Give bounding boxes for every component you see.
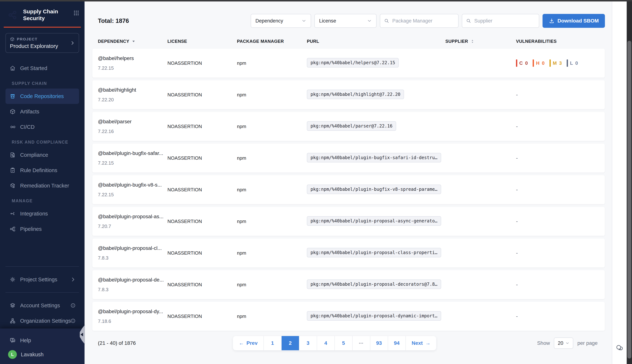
sidebar-item-project-settings[interactable]: Project Settings [6,272,79,287]
table-header: DEPENDENCY LICENSE PACKAGE MANAGER PURL … [92,39,605,44]
dependency-cell: @babel/highlight7.22.20 [98,87,168,102]
table-row: @babel/plugin-bugfix-v8-s...7.22.15NOASS… [92,175,605,204]
sidebar-item-artifacts[interactable]: Artifacts [6,104,79,119]
package-manager-input[interactable] [380,14,458,28]
chat-support-icon[interactable] [616,344,624,352]
page-button-94[interactable]: 94 [388,336,406,350]
sidebar-item-label: Get Started [20,65,47,71]
dependency-cell: @babel/plugin-proposal-de...7.8.3 [98,277,168,292]
page-size-select[interactable]: 20 [554,338,573,349]
help-icon [10,337,16,344]
dependency-version: 7.22.15 [98,192,168,198]
arrow-right-icon: → [425,340,430,346]
license-cell: NOASSERTION [168,155,237,161]
package-manager-cell: npm [237,155,307,161]
next-page-button[interactable]: Next→ [406,336,436,350]
apps-grid-icon[interactable] [73,10,80,16]
dependency-name: @babel/helpers [98,56,168,61]
page-button-3[interactable]: 3 [299,336,317,350]
arrow-left-icon: ← [239,340,244,346]
app-logo-shield-icon [6,8,20,22]
dependency-version: 7.8.3 [98,255,168,261]
purl-cell: pkg:npm/%40babel/plugin-proposal-class-p… [307,248,445,258]
vulnerabilities-cell: - [516,282,599,288]
empty-value: - [516,218,518,224]
box-icon [10,108,16,115]
sidebar-item-label: Rule Definitions [20,167,57,174]
sidebar-divider [6,292,79,293]
sidebar-item-compliance[interactable]: Compliance [6,147,79,162]
sidebar-item-organization-settings[interactable]: Organization Settings [6,313,79,328]
dependency-filter-select[interactable]: Dependency [251,14,311,28]
help-label: Help [20,338,31,344]
purl-cell: pkg:npm/%40babel/plugin-bugfix-safari-id… [307,153,445,163]
dependency-cell: @babel/plugin-proposal-cl...7.8.3 [98,245,168,261]
user-name: Lavakush [21,352,44,358]
supplier-input[interactable] [462,14,539,28]
dependency-name: @babel/parser [98,119,168,124]
package-manager-cell: npm [237,92,307,98]
total-count: Total: 1876 [92,18,129,24]
nav-section-header: MANAGE [12,198,79,204]
sidebar-item-remediation-tracker[interactable]: Remediation Tracker [6,178,79,193]
chevron-right-icon [70,277,76,282]
sidebar-item-account-settings[interactable]: Account Settings [6,298,79,313]
sidebar-item-label: Artifacts [20,109,39,115]
dependency-cell: @babel/helpers7.22.15 [98,56,168,71]
infinity-icon [10,124,16,130]
nav-section-header: RISK AND COMPLIANCE [12,140,79,145]
vulnerability-badge-m: M 3 [550,60,562,67]
sidebar-item-label: Account Settings [20,302,60,308]
sidebar-item-help[interactable]: Help [6,334,79,347]
window-top-strip [0,0,632,2]
user-menu[interactable]: L Lavakush [6,350,79,359]
vulnerability-badge-c: C 0 [516,60,528,67]
license-filter-label: License [319,18,336,24]
scrollbar-track [627,2,632,364]
package-manager-cell: npm [237,124,307,129]
project-selector[interactable]: PROJECT Product Exploratory [6,33,79,53]
page-button-1[interactable]: 1 [264,336,281,350]
filters: Dependency License Download SBO [251,14,605,28]
box-wrench-icon [10,182,16,189]
purl-cell: pkg:npm/%40babel/plugin-proposal-async-g… [307,216,445,226]
column-header-supplier[interactable]: SUPPLIER [445,39,516,44]
download-sbom-button[interactable]: Download SBOM [542,14,605,28]
vulnerabilities-cell: - [516,123,599,130]
table-row: @babel/plugin-proposal-dy...7.18.6NOASSE… [92,302,605,331]
page-size-value: 20 [558,340,563,346]
main-content: Total: 1876 Dependency License [84,2,612,364]
package-manager-search [380,14,458,28]
dependency-version: 7.22.16 [98,128,168,134]
license-cell: NOASSERTION [168,124,237,129]
sidebar-item-rule-definitions[interactable]: Rule Definitions [6,162,79,178]
sidebar-item-ci-cd[interactable]: CI/CD [6,119,79,135]
empty-value: - [516,155,518,161]
table-row: @babel/plugin-proposal-as...7.20.7NOASSE… [92,207,605,236]
prev-page-button[interactable]: ←Prev [233,336,264,350]
purl-cell: pkg:npm/%40babel/helpers@7.22.15 [307,58,445,68]
toolbar: Total: 1876 Dependency License [92,14,605,28]
scrollbar-thumb[interactable] [628,41,631,358]
sidebar-item-code-repositories[interactable]: Code Repositories [6,88,79,104]
nav-section-header: SUPPLY CHAIN [12,81,79,86]
sidebar-item-integrations[interactable]: Integrations [6,206,79,221]
license-filter-select[interactable]: License [314,14,376,28]
license-cell: NOASSERTION [168,187,237,192]
page-button-93[interactable]: 93 [370,336,388,350]
page-button-5[interactable]: 5 [334,336,352,350]
severity-bar [516,60,517,67]
purl-cell: pkg:npm/%40babel/plugin-bugfix-v8-spread… [307,184,445,195]
sidebar-divider [6,266,79,267]
sidebar-item-get-started[interactable]: Get Started [6,60,79,76]
sidebar-item-pipelines[interactable]: Pipelines [6,221,79,237]
clipboard-check-icon [10,167,16,174]
page-button-2[interactable]: 2 [281,336,299,350]
project-name: Product Exploratory [10,43,75,49]
project-box-icon [10,37,15,42]
code-repo-icon [10,93,16,99]
column-header-dependency[interactable]: DEPENDENCY [98,39,168,44]
page-button-4[interactable]: 4 [317,336,334,350]
integrations-icon [10,210,16,217]
empty-value: - [516,186,518,192]
